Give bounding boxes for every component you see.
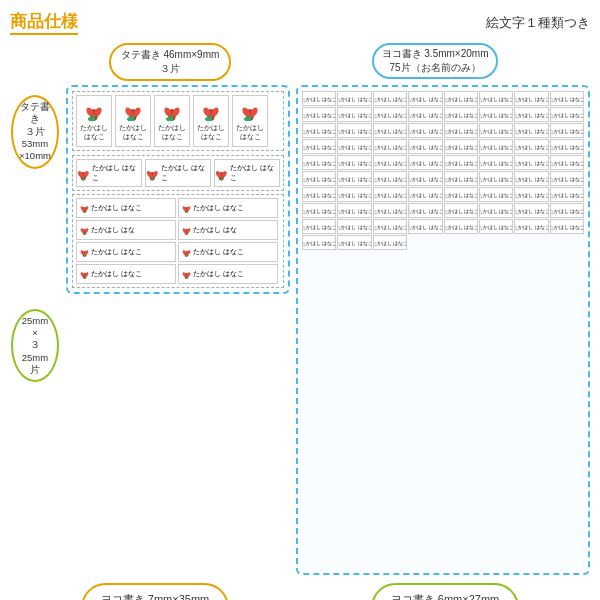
sticker-tiny-21: たかはし はなこ: [479, 123, 513, 138]
left-bottom-label: 25mm×３ 25mm片: [11, 309, 59, 383]
sticker-tiny-44: たかはし はなこ: [444, 171, 478, 186]
sticker-medium-1: たかはし はなこ: [76, 159, 142, 187]
sticker-tiny-0: たかはし はなこ: [302, 91, 336, 106]
sticker-tiny-4: たかはし はなこ: [444, 91, 478, 106]
sm-name-4a: たかはし はなこ: [91, 269, 142, 279]
sticker-large-5: たかはしはなこ: [232, 95, 268, 147]
sticker-tiny-29: たかはし はなこ: [479, 139, 513, 154]
sticker-medium-2: たかはし はなこ: [145, 159, 211, 187]
sticker-tiny-48: たかはし はなこ: [302, 187, 336, 202]
medium-sticker-row: たかはし はなこ たかはし はなこ たかはし はなこ: [72, 155, 284, 191]
sticker-tiny-5: たかはし はなこ: [479, 91, 513, 106]
sticker-small-2a: たかはし はな: [76, 220, 176, 240]
name-label-2: たかはしはなこ: [119, 124, 147, 141]
sticker-tiny-53: たかはし はなこ: [479, 187, 513, 202]
bottom-labels: ヨコ書き 7mm×35mm10片 ヨコ書き 6mm×27mm28片（お名前のみ）: [10, 583, 590, 600]
sticker-tiny-3: たかはし はなこ: [408, 91, 442, 106]
sticker-tiny-36: たかはし はなこ: [444, 155, 478, 170]
sticker-tiny-43: たかはし はなこ: [408, 171, 442, 186]
sticker-tiny-41: たかはし はなこ: [337, 171, 371, 186]
sticker-tiny-54: たかはし はなこ: [514, 187, 548, 202]
sticker-tiny-10: たかはし はなこ: [373, 107, 407, 122]
sticker-tiny-50: たかはし はなこ: [373, 187, 407, 202]
sticker-tiny-26: たかはし はなこ: [373, 139, 407, 154]
left-labels: タテ書き３片53mm×10mm 25mm×３ 25mm片: [10, 85, 60, 575]
sticker-tiny-55: たかはし はなこ: [550, 187, 584, 202]
page-title: 商品仕様: [10, 10, 78, 35]
sticker-tiny-46: たかはし はなこ: [514, 171, 548, 186]
sticker-tiny-60: たかはし はなこ: [444, 203, 478, 218]
sticker-tiny-20: たかはし はなこ: [444, 123, 478, 138]
main-area: タテ書き３片53mm×10mm 25mm×３ 25mm片 たかはしはなこ: [10, 85, 590, 575]
svg-point-14: [166, 117, 172, 121]
sticker-tiny-24: たかはし はなこ: [302, 139, 336, 154]
sticker-tiny-23: たかはし はなこ: [550, 123, 584, 138]
sticker-small-3a: たかはし はなこ: [76, 242, 176, 262]
sticker-large-1: たかはしはなこ: [76, 95, 112, 147]
sticker-tiny-63: たかはし はなこ: [550, 203, 584, 218]
svg-point-4: [88, 117, 94, 121]
sticker-tiny-57: たかはし はなこ: [337, 203, 371, 218]
header: 商品仕様 絵文字１種類つき: [10, 10, 590, 35]
sticker-tiny-74: たかはし はなこ: [373, 235, 407, 250]
svg-rect-40: [84, 210, 85, 213]
flower-icon-5: [241, 101, 259, 124]
sticker-tiny-37: たかはし はなこ: [479, 155, 513, 170]
center-inner: たかはしはなこ たかはしはなこ たかはしはなこ: [66, 85, 290, 294]
sticker-small-4b: たかはし はなこ: [178, 264, 278, 284]
sticker-tiny-64: たかはし はなこ: [302, 219, 336, 234]
sticker-tiny-30: たかはし はなこ: [514, 139, 548, 154]
sticker-tiny-11: たかはし はなこ: [408, 107, 442, 122]
sticker-tiny-67: たかはし はなこ: [408, 219, 442, 234]
sticker-tiny-9: たかはし はなこ: [337, 107, 371, 122]
sticker-tiny-22: たかはし はなこ: [514, 123, 548, 138]
sticker-tiny-15: たかはし はなこ: [550, 107, 584, 122]
sticker-small-2b: たかはし はな: [178, 220, 278, 240]
small-row-2: たかはし はな たかはし はな: [76, 220, 280, 240]
sm-name-2a: たかはし はな: [91, 225, 135, 235]
sticker-tiny-58: たかはし はなこ: [373, 203, 407, 218]
svg-rect-52: [186, 232, 187, 235]
small-sticker-section: たかはし はなこ たかはし はなこ たかはし はな: [72, 194, 284, 288]
med-name-3: たかはし はなこ: [230, 163, 279, 183]
page: 商品仕様 絵文字１種類つき タテ書き 46mm×9mm３片 ヨコ書き 3.5mm…: [0, 0, 600, 600]
top-center-label: タテ書き 46mm×9mm３片: [109, 43, 232, 81]
sticker-tiny-34: たかはし はなこ: [373, 155, 407, 170]
flower-icon-2: [124, 101, 142, 124]
sticker-tiny-45: たかはし はなこ: [479, 171, 513, 186]
svg-rect-32: [152, 176, 153, 180]
sticker-tiny-47: たかはし はなこ: [550, 171, 584, 186]
sticker-tiny-33: たかはし はなこ: [337, 155, 371, 170]
svg-rect-44: [186, 210, 187, 213]
sticker-tiny-35: たかはし はなこ: [408, 155, 442, 170]
sticker-medium-3: たかはし はなこ: [214, 159, 280, 187]
left-top-label: タテ書き３片53mm×10mm: [11, 95, 59, 169]
sticker-tiny-18: たかはし はなこ: [373, 123, 407, 138]
sticker-tiny-68: たかはし はなこ: [444, 219, 478, 234]
sm-name-1b: たかはし はなこ: [193, 203, 244, 213]
med-name-2: たかはし はなこ: [161, 163, 210, 183]
sticker-tiny-69: たかはし はなこ: [479, 219, 513, 234]
sticker-tiny-1: たかはし はなこ: [337, 91, 371, 106]
right-panel: たかはし はなこたかはし はなこたかはし はなこたかはし はなこたかはし はなこ…: [296, 85, 590, 575]
sticker-tiny-28: たかはし はなこ: [444, 139, 478, 154]
sticker-tiny-71: たかはし はなこ: [550, 219, 584, 234]
svg-rect-56: [84, 254, 85, 257]
sticker-large-4: たかはしはなこ: [193, 95, 229, 147]
sm-name-4b: たかはし はなこ: [193, 269, 244, 279]
sticker-tiny-17: たかはし はなこ: [337, 123, 371, 138]
sticker-tiny-65: たかはし はなこ: [337, 219, 371, 234]
sticker-large-2: たかはしはなこ: [115, 95, 151, 147]
sticker-tiny-13: たかはし はなこ: [479, 107, 513, 122]
sticker-tiny-7: たかはし はなこ: [550, 91, 584, 106]
sticker-small-1b: たかはし はなこ: [178, 198, 278, 218]
bottom-left-label: ヨコ書き 7mm×35mm10片: [81, 583, 230, 600]
header-subtitle: 絵文字１種類つき: [486, 14, 590, 32]
sticker-large-3: たかはしはなこ: [154, 95, 190, 147]
sticker-tiny-40: たかはし はなこ: [302, 171, 336, 186]
sticker-tiny-27: たかはし はなこ: [408, 139, 442, 154]
svg-rect-36: [221, 176, 222, 180]
sm-name-3b: たかはし はなこ: [193, 247, 244, 257]
sticker-tiny-32: たかはし はなこ: [302, 155, 336, 170]
sticker-tiny-49: たかはし はなこ: [337, 187, 371, 202]
